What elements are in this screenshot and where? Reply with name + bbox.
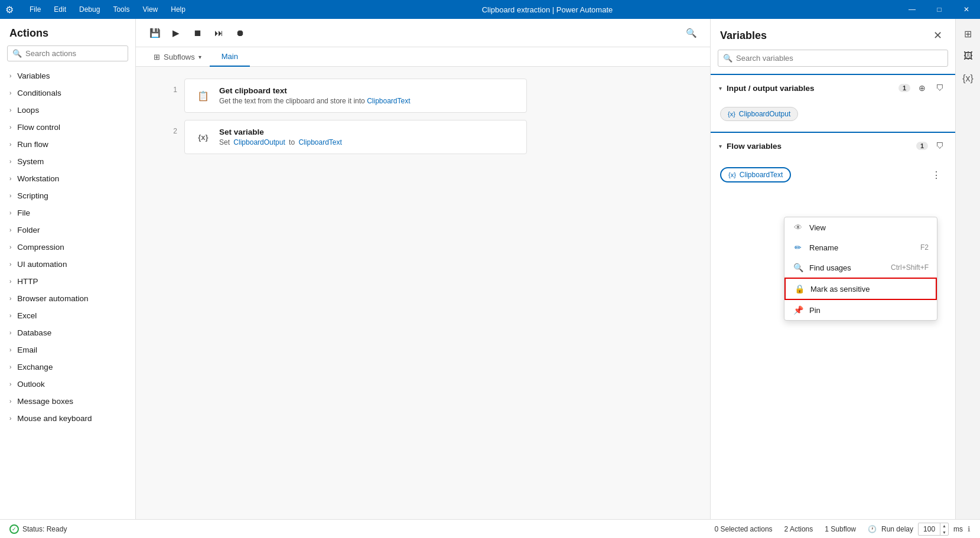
- subflow-count: 1 Subflow: [825, 525, 856, 533]
- menu-help[interactable]: Help: [165, 3, 191, 16]
- group-excel[interactable]: › Excel: [0, 307, 135, 324]
- group-database[interactable]: › Database: [0, 324, 135, 341]
- run-delay-spinner[interactable]: ▲ ▼: [940, 523, 948, 536]
- step-info-1: Get clipboard text Get the text from the…: [219, 86, 517, 105]
- search-variables-input[interactable]: [736, 54, 943, 63]
- view-icon: 👁: [793, 223, 803, 232]
- chevron-right-icon: ›: [9, 278, 11, 285]
- group-run-flow[interactable]: › Run flow: [0, 136, 135, 153]
- window-controls: — □ ✕: [898, 0, 980, 19]
- image-button[interactable]: 🖼: [958, 46, 978, 66]
- maximize-button[interactable]: □: [926, 0, 953, 19]
- step-row-2: 2 {x} Set variable Set ClipboardOutput t…: [159, 120, 686, 154]
- menu-bar: File Edit Debug Tools View Help: [19, 3, 196, 16]
- collapse-chevron-icon: ▾: [719, 143, 722, 149]
- input-output-icons: ⊕ ⛉: [915, 81, 947, 95]
- filter-variables-button[interactable]: ⛉: [933, 81, 947, 95]
- clipboard-text-var[interactable]: ClipboardText: [367, 97, 410, 105]
- minimize-button[interactable]: —: [898, 0, 926, 19]
- variables-close-button[interactable]: ✕: [929, 27, 946, 44]
- group-scripting[interactable]: › Scripting: [0, 187, 135, 204]
- ctx-rename[interactable]: ✏ Rename F2: [784, 237, 937, 257]
- run-button[interactable]: ▶: [167, 24, 185, 43]
- group-browser-automation[interactable]: › Browser automation: [0, 290, 135, 307]
- group-http[interactable]: › HTTP: [0, 273, 135, 290]
- status-dot-icon: [9, 524, 19, 534]
- clipboard-text-var-2[interactable]: ClipboardText: [298, 138, 341, 146]
- menu-file[interactable]: File: [24, 3, 47, 16]
- run-delay-label: Run delay: [881, 525, 913, 533]
- collapse-chevron-icon: ▾: [719, 85, 722, 92]
- group-email[interactable]: › Email: [0, 341, 135, 358]
- set-variable-icon: {x}: [194, 128, 212, 146]
- ctx-find-usages[interactable]: 🔍 Find usages Ctrl+Shift+F: [784, 257, 937, 278]
- main-content: Actions 🔍 › Variables › Conditionals › L…: [0, 19, 980, 519]
- add-variable-button[interactable]: ⊕: [915, 81, 929, 95]
- variables-search-box[interactable]: 🔍: [718, 50, 948, 67]
- group-outlook[interactable]: › Outlook: [0, 376, 135, 393]
- flow-variables-header[interactable]: ▾ Flow variables 1 ⛉: [711, 133, 955, 159]
- window-title: Clipboard extraction | Power Automate: [196, 5, 898, 14]
- group-flow-control[interactable]: › Flow control: [0, 119, 135, 136]
- delay-down-arrow[interactable]: ▼: [940, 529, 948, 536]
- menu-view[interactable]: View: [136, 3, 164, 16]
- step-card-1[interactable]: 📋 Get clipboard text Get the text from t…: [184, 79, 527, 113]
- search-actions-input[interactable]: [25, 49, 125, 58]
- search-icon: 🔍: [12, 49, 22, 58]
- filter-flow-variables-button[interactable]: ⛉: [933, 139, 947, 153]
- flow-variables-section: ▾ Flow variables 1 ⛉ {x} ClipboardText ⋮: [711, 132, 955, 191]
- main-tab[interactable]: Main: [210, 47, 250, 67]
- pin-icon: 📌: [793, 305, 803, 315]
- group-workstation[interactable]: › Workstation: [0, 170, 135, 187]
- group-compression[interactable]: › Compression: [0, 239, 135, 256]
- group-ui-automation[interactable]: › UI automation: [0, 256, 135, 273]
- variables-panel: Variables ✕ 🔍 ▾ Input / output variables…: [710, 19, 955, 519]
- next-step-button[interactable]: ⏭: [209, 24, 228, 43]
- close-button[interactable]: ✕: [953, 0, 980, 19]
- subflows-tab[interactable]: ⊞ Subflows ▾: [145, 47, 210, 66]
- find-usages-shortcut: Ctrl+Shift+F: [891, 263, 929, 272]
- variables-title: Variables: [720, 30, 767, 42]
- context-menu: 👁 View ✏ Rename F2 🔍 Find usages Ctrl+Sh…: [784, 217, 937, 321]
- menu-tools[interactable]: Tools: [107, 3, 135, 16]
- menu-edit[interactable]: Edit: [48, 3, 72, 16]
- actions-search-box[interactable]: 🔍: [7, 45, 128, 61]
- clipboard-output-var[interactable]: ClipboardOutput: [233, 138, 285, 146]
- group-file[interactable]: › File: [0, 204, 135, 221]
- chevron-right-icon: ›: [9, 415, 11, 422]
- record-button[interactable]: ⏺: [230, 24, 249, 43]
- stop-button[interactable]: ⏹: [188, 24, 207, 43]
- canvas-area: 💾 ▶ ⏹ ⏭ ⏺ 🔍 ⊞ Subflows ▾ Main 1: [136, 19, 710, 519]
- chevron-right-icon: ›: [9, 107, 11, 113]
- variables-panel-toggle[interactable]: {x}: [958, 69, 978, 89]
- ctx-pin[interactable]: 📌 Pin: [784, 300, 937, 320]
- clipboard-output-chip[interactable]: {x} ClipboardOutput: [720, 107, 798, 121]
- input-output-content: {x} ClipboardOutput: [711, 101, 955, 127]
- canvas-search-button[interactable]: 🔍: [682, 24, 701, 43]
- step-title-1: Get clipboard text: [219, 86, 517, 95]
- group-variables[interactable]: › Variables: [0, 67, 135, 84]
- group-conditionals[interactable]: › Conditionals: [0, 84, 135, 102]
- far-right-panel: ⊞ 🖼 {x}: [955, 19, 980, 519]
- flow-variables-icons: ⛉: [933, 139, 947, 153]
- var-more-options-button[interactable]: ⋮: [929, 168, 943, 182]
- clipboard-text-chip-row: {x} ClipboardText ⋮: [720, 165, 946, 185]
- save-button[interactable]: 💾: [145, 24, 164, 43]
- menu-debug[interactable]: Debug: [73, 3, 106, 16]
- input-output-header[interactable]: ▾ Input / output variables 1 ⊕ ⛉: [711, 75, 955, 101]
- clipboard-text-chip[interactable]: {x} ClipboardText: [720, 167, 791, 182]
- chevron-right-icon: ›: [9, 381, 11, 387]
- group-system[interactable]: › System: [0, 153, 135, 170]
- step-card-2[interactable]: {x} Set variable Set ClipboardOutput to …: [184, 120, 527, 154]
- ctx-view[interactable]: 👁 View: [784, 217, 937, 237]
- group-mouse-keyboard[interactable]: › Mouse and keyboard: [0, 410, 135, 427]
- step-number-1: 1: [159, 79, 177, 94]
- group-folder[interactable]: › Folder: [0, 221, 135, 239]
- layers-button[interactable]: ⊞: [958, 24, 978, 44]
- actions-panel: Actions 🔍 › Variables › Conditionals › L…: [0, 19, 136, 519]
- ctx-mark-sensitive[interactable]: 🔒 Mark as sensitive: [784, 278, 937, 300]
- group-message-boxes[interactable]: › Message boxes: [0, 393, 135, 410]
- delay-up-arrow[interactable]: ▲: [940, 523, 948, 529]
- group-exchange[interactable]: › Exchange: [0, 358, 135, 376]
- group-loops[interactable]: › Loops: [0, 102, 135, 119]
